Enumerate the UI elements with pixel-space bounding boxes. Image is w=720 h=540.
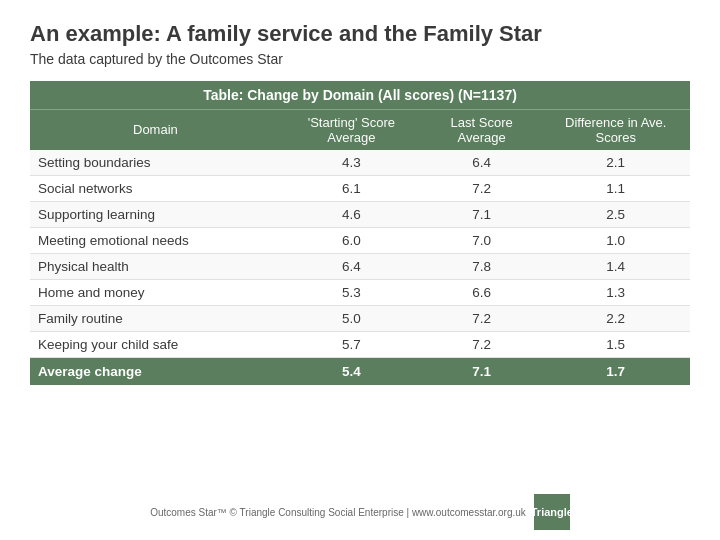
cell-domain: Supporting learning bbox=[30, 201, 281, 227]
cell-last: 7.0 bbox=[422, 227, 541, 253]
cell-starting: 6.1 bbox=[281, 175, 422, 201]
col-header-domain: Domain bbox=[30, 109, 281, 150]
cell-starting: 5.7 bbox=[281, 331, 422, 357]
cell-starting: 5.3 bbox=[281, 279, 422, 305]
cell-starting: 4.6 bbox=[281, 201, 422, 227]
table-row: Home and money5.36.61.3 bbox=[30, 279, 690, 305]
cell-starting: 6.4 bbox=[281, 253, 422, 279]
table-row: Setting boundaries4.36.42.1 bbox=[30, 150, 690, 176]
cell-difference: 1.5 bbox=[541, 331, 690, 357]
cell-starting: 4.3 bbox=[281, 150, 422, 176]
cell-last: 7.2 bbox=[422, 175, 541, 201]
cell-starting: 6.0 bbox=[281, 227, 422, 253]
cell-difference: 1.4 bbox=[541, 253, 690, 279]
cell-starting: 5.0 bbox=[281, 305, 422, 331]
table-row: Meeting emotional needs6.07.01.0 bbox=[30, 227, 690, 253]
avg-domain: Average change bbox=[30, 357, 281, 385]
table-row: Keeping your child safe5.77.21.5 bbox=[30, 331, 690, 357]
avg-last: 7.1 bbox=[422, 357, 541, 385]
table-row: Social networks6.17.21.1 bbox=[30, 175, 690, 201]
cell-difference: 2.2 bbox=[541, 305, 690, 331]
page: An example: A family service and the Fam… bbox=[0, 0, 720, 540]
cell-domain: Physical health bbox=[30, 253, 281, 279]
table-row: Physical health6.47.81.4 bbox=[30, 253, 690, 279]
cell-domain: Social networks bbox=[30, 175, 281, 201]
cell-difference: 2.1 bbox=[541, 150, 690, 176]
cell-domain: Keeping your child safe bbox=[30, 331, 281, 357]
cell-domain: Setting boundaries bbox=[30, 150, 281, 176]
cell-difference: 1.3 bbox=[541, 279, 690, 305]
cell-difference: 1.0 bbox=[541, 227, 690, 253]
table-row: Family routine5.07.22.2 bbox=[30, 305, 690, 331]
cell-last: 6.6 bbox=[422, 279, 541, 305]
col-header-starting: 'Starting' Score Average bbox=[281, 109, 422, 150]
col-header-difference: Difference in Ave. Scores bbox=[541, 109, 690, 150]
cell-domain: Family routine bbox=[30, 305, 281, 331]
cell-domain: Meeting emotional needs bbox=[30, 227, 281, 253]
cell-difference: 1.1 bbox=[541, 175, 690, 201]
avg-difference: 1.7 bbox=[541, 357, 690, 385]
cell-last: 7.2 bbox=[422, 331, 541, 357]
table-body: Setting boundaries4.36.42.1Social networ… bbox=[30, 150, 690, 358]
triangle-logo: Triangle bbox=[534, 494, 570, 530]
footer-text: Outcomes Star™ © Triangle Consulting Soc… bbox=[150, 507, 526, 518]
cell-last: 7.2 bbox=[422, 305, 541, 331]
data-table: Table: Change by Domain (All scores) (N=… bbox=[30, 81, 690, 385]
col-header-last: Last Score Average bbox=[422, 109, 541, 150]
page-subtitle: The data captured by the Outcomes Star bbox=[30, 51, 690, 67]
avg-starting: 5.4 bbox=[281, 357, 422, 385]
cell-domain: Home and money bbox=[30, 279, 281, 305]
cell-difference: 2.5 bbox=[541, 201, 690, 227]
page-title: An example: A family service and the Fam… bbox=[30, 20, 690, 49]
table-caption: Table: Change by Domain (All scores) (N=… bbox=[30, 81, 690, 110]
cell-last: 7.1 bbox=[422, 201, 541, 227]
table-row: Supporting learning4.67.12.5 bbox=[30, 201, 690, 227]
footer: Outcomes Star™ © Triangle Consulting Soc… bbox=[30, 488, 690, 530]
cell-last: 6.4 bbox=[422, 150, 541, 176]
cell-last: 7.8 bbox=[422, 253, 541, 279]
